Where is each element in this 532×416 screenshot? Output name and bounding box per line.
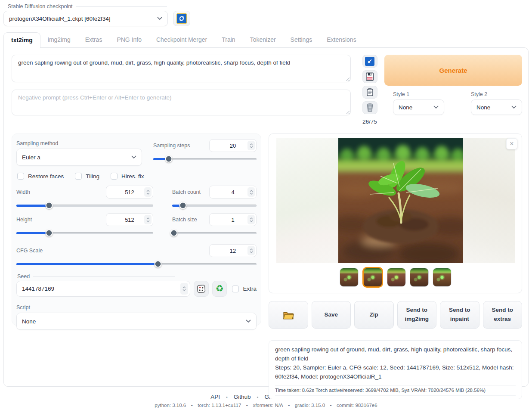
stepper-icon[interactable]	[247, 246, 255, 255]
thumbnail-5[interactable]	[433, 268, 452, 287]
sampling-method-label: Sampling method	[16, 140, 58, 146]
batch-count-input[interactable]: 4	[209, 186, 257, 199]
thumbnail-3[interactable]	[387, 268, 406, 287]
script-group: Script None	[16, 303, 257, 330]
checkpoint-value: protogenX34OfficialR_1.ckpt [60fe2f34]	[9, 16, 110, 22]
tab-png-info[interactable]: PNG Info	[109, 32, 149, 47]
prompt-tools: ↙	[362, 55, 377, 125]
zip-button[interactable]: Zip	[354, 301, 394, 329]
sampling-method-select[interactable]: Euler a	[16, 149, 142, 166]
negative-prompt-input[interactable]	[12, 90, 351, 115]
checkpoint-label: Stable Diffusion checkpoint	[8, 3, 73, 9]
height-group: Height 512	[16, 213, 153, 236]
width-slider[interactable]	[16, 202, 153, 209]
tiling-checkbox[interactable]: Tiling	[75, 173, 99, 180]
thumbnail-2-selected[interactable]	[362, 267, 383, 288]
stepper-icon[interactable]	[180, 283, 188, 295]
generated-image[interactable]	[338, 138, 463, 263]
read-generation-params-button[interactable]: ↙	[362, 55, 377, 68]
send-to-extras-button[interactable]: Send to extras	[483, 301, 523, 329]
stepper-icon[interactable]	[247, 141, 255, 150]
output-column: ×	[269, 133, 522, 399]
sampling-steps-input[interactable]: 20	[209, 139, 257, 152]
batch-count-slider[interactable]	[172, 202, 257, 209]
checkpoint-group: Stable Diffusion checkpoint protogenX34O…	[3, 3, 168, 26]
dice-icon	[197, 284, 206, 293]
tab-settings[interactable]: Settings	[283, 32, 320, 47]
reuse-seed-button[interactable]: ♻	[212, 281, 227, 297]
width-label: Width	[16, 189, 30, 195]
height-label: Height	[16, 217, 32, 223]
apply-style-button[interactable]	[362, 86, 377, 99]
save-style-button[interactable]	[362, 70, 377, 83]
tab-img2img[interactable]: img2img	[40, 32, 78, 47]
generation-info: green sapling rowing out of ground, mud,…	[269, 340, 522, 399]
thumbnail-strip	[273, 267, 517, 288]
open-folder-button[interactable]	[269, 301, 308, 329]
gallery-backdrop-right	[463, 138, 515, 263]
cfg-scale-slider[interactable]	[16, 261, 257, 267]
tab-txt2img[interactable]: txt2img	[3, 32, 40, 48]
sd-webui-page: Stable Diffusion checkpoint protogenX34O…	[0, 0, 532, 416]
clear-prompt-button[interactable]	[362, 101, 377, 114]
restore-faces-checkbox[interactable]: Restore faces	[17, 173, 64, 180]
prompt-row: green sapling rowing out of ground, mud,…	[12, 55, 522, 125]
batch-count-group: Batch count 4	[172, 186, 257, 209]
arrow-down-left-icon: ↙	[365, 57, 374, 66]
style2-value: None	[476, 104, 490, 111]
info-params: Steps: 20, Sampler: Euler a, CFG scale: …	[275, 363, 516, 382]
width-input[interactable]: 512	[106, 186, 153, 199]
clipboard-icon	[366, 88, 374, 96]
seed-input[interactable]: 1441787169	[16, 281, 190, 297]
stepper-icon[interactable]	[247, 215, 255, 224]
tab-extras[interactable]: Extras	[78, 32, 110, 47]
recycle-icon: ♻	[216, 284, 224, 293]
hires-fix-checkbox[interactable]: Hires. fix	[111, 173, 144, 180]
parameters-panel: Sampling method Euler a Sampling steps 2…	[12, 133, 261, 326]
chevron-down-icon	[511, 106, 517, 109]
batch-size-slider[interactable]	[172, 230, 257, 236]
info-performance: Time taken: 8.62s Torch active/reserved:…	[275, 385, 516, 396]
seed-label: Seed	[17, 273, 30, 279]
generate-button[interactable]: Generate	[384, 55, 522, 86]
height-slider[interactable]	[16, 230, 153, 236]
random-seed-button[interactable]	[194, 281, 209, 297]
height-input[interactable]: 512	[106, 213, 153, 226]
floppy-disk-icon	[365, 72, 374, 81]
batch-size-input[interactable]: 1	[209, 213, 257, 226]
sampling-steps-slider[interactable]	[153, 155, 257, 162]
stepper-icon[interactable]	[247, 187, 255, 197]
chevron-down-icon	[246, 320, 251, 323]
checkpoint-select[interactable]: protogenX34OfficialR_1.ckpt [60fe2f34]	[3, 11, 168, 26]
close-icon[interactable]: ×	[506, 138, 517, 149]
prompt-input[interactable]: green sapling rowing out of ground, mud,…	[12, 55, 351, 82]
checkbox-icon	[17, 173, 24, 180]
sampling-steps-group: Sampling steps 20	[153, 139, 257, 166]
script-select[interactable]: None	[16, 313, 257, 330]
version-info: python: 3.10.6 • torch: 1.13.1+cu117 • x…	[0, 403, 532, 408]
cfg-scale-input[interactable]: 12	[209, 244, 257, 257]
style1-select[interactable]: None	[393, 99, 444, 115]
send-to-inpaint-button[interactable]: Send to inpaint	[440, 301, 479, 329]
thumbnail-1[interactable]	[340, 268, 359, 287]
stepper-icon[interactable]	[144, 187, 152, 197]
save-button[interactable]: Save	[312, 301, 351, 329]
stepper-icon[interactable]	[144, 215, 152, 224]
tab-checkpoint-merger[interactable]: Checkpoint Merger	[149, 32, 214, 47]
gallery-backdrop-left	[276, 138, 338, 263]
thumbnail-4[interactable]	[410, 268, 429, 287]
tab-extensions[interactable]: Extensions	[319, 32, 363, 47]
checkbox-icon	[232, 286, 239, 292]
send-to-img2img-button[interactable]: Send to img2img	[397, 301, 437, 329]
style2-select[interactable]: None	[471, 99, 522, 115]
refresh-checkpoint-button[interactable]	[173, 11, 190, 26]
checkbox-icon	[75, 173, 82, 180]
tab-tokenizer[interactable]: Tokenizer	[243, 32, 283, 47]
sampling-method-value: Euler a	[22, 154, 40, 161]
tab-train[interactable]: Train	[214, 32, 242, 47]
sampling-steps-label: Sampling steps	[153, 143, 190, 149]
cfg-scale-label: CFG Scale	[16, 248, 43, 254]
cfg-scale-group: CFG Scale 12	[16, 244, 257, 267]
folder-icon	[283, 310, 294, 320]
extra-seed-checkbox[interactable]: Extra	[232, 286, 257, 292]
